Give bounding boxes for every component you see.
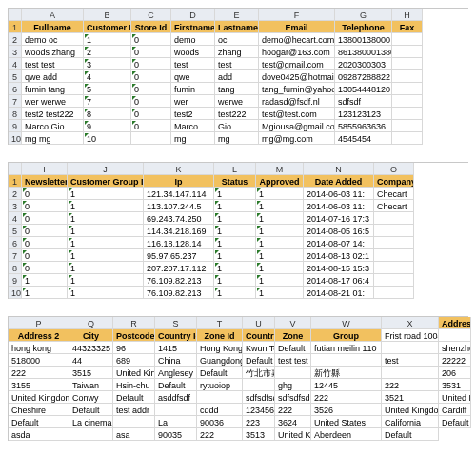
data-cell[interactable]: 76.109.82.213 bbox=[144, 287, 214, 299]
data-cell[interactable] bbox=[392, 46, 423, 58]
data-cell[interactable]: United Kingdom bbox=[439, 391, 471, 404]
data-cell[interactable]: 3521 bbox=[382, 391, 439, 404]
data-cell[interactable]: sdfsdfsd bbox=[275, 391, 311, 404]
data-cell[interactable]: 1 bbox=[68, 262, 144, 274]
data-cell[interactable]: 0 bbox=[22, 200, 68, 212]
data-cell[interactable]: test addr bbox=[113, 404, 155, 416]
data-cell[interactable]: 1 bbox=[256, 274, 304, 287]
data-cell[interactable] bbox=[374, 237, 414, 249]
data-cell[interactable]: 1 bbox=[256, 249, 304, 262]
data-cell[interactable]: ghg bbox=[275, 379, 311, 391]
data-cell[interactable] bbox=[69, 428, 113, 441]
data-cell[interactable]: test@test.com bbox=[259, 108, 335, 120]
data-cell[interactable]: 2014-08-05 16:5 bbox=[304, 225, 374, 237]
data-cell[interactable]: mg@mg.com bbox=[259, 132, 335, 145]
data-cell[interactable]: 0 bbox=[131, 70, 171, 83]
spreadsheet-section-2[interactable]: IJKLMNO1NewsletterCustomer Group IdIpSta… bbox=[8, 162, 468, 299]
data-cell[interactable]: 222 bbox=[197, 428, 243, 441]
data-cell[interactable]: demo bbox=[171, 33, 215, 46]
data-cell[interactable]: rytuoiop bbox=[197, 379, 243, 391]
data-cell[interactable]: werwe bbox=[215, 95, 259, 108]
data-cell[interactable]: 1 bbox=[256, 188, 304, 200]
data-cell[interactable] bbox=[275, 367, 311, 379]
data-cell[interactable]: 518000 bbox=[9, 354, 69, 367]
data-cell[interactable]: woods bbox=[171, 46, 215, 58]
data-cell[interactable]: 3624 bbox=[275, 416, 311, 428]
data-cell[interactable]: United Kingdom bbox=[9, 391, 69, 404]
data-cell[interactable]: 1 bbox=[22, 287, 68, 299]
data-cell[interactable]: 113.107.244.5 bbox=[144, 200, 214, 212]
data-cell[interactable]: 76.109.82.213 bbox=[144, 274, 214, 287]
data-cell[interactable]: La bbox=[155, 416, 197, 428]
data-cell[interactable]: 1 bbox=[214, 287, 256, 299]
data-cell[interactable]: wer werwe bbox=[22, 95, 84, 108]
data-cell[interactable]: test test bbox=[275, 354, 311, 367]
data-cell[interactable]: Taiwan bbox=[69, 379, 113, 391]
data-cell[interactable]: 13054448120 bbox=[335, 83, 392, 95]
data-cell[interactable]: 116.18.128.14 bbox=[144, 237, 214, 249]
data-cell[interactable]: 13800138000 bbox=[335, 33, 392, 46]
data-cell[interactable]: test@gmail.com bbox=[259, 58, 335, 70]
data-cell[interactable]: 3 bbox=[84, 58, 131, 70]
data-cell[interactable]: oc bbox=[215, 33, 259, 46]
data-cell[interactable]: add bbox=[215, 70, 259, 83]
data-cell[interactable]: test2 bbox=[171, 108, 215, 120]
data-cell[interactable]: China bbox=[155, 354, 197, 367]
data-cell[interactable]: 10 bbox=[84, 132, 131, 145]
data-cell[interactable]: asa bbox=[113, 428, 155, 441]
data-cell[interactable]: 0 bbox=[131, 83, 171, 95]
data-cell[interactable]: 1 bbox=[68, 274, 144, 287]
data-cell[interactable]: 2014-08-17 06:4 bbox=[304, 274, 374, 287]
data-cell[interactable]: 8613800013800 bbox=[335, 46, 392, 58]
data-cell[interactable]: 1 bbox=[256, 212, 304, 225]
data-cell[interactable]: Default bbox=[275, 342, 311, 354]
data-cell[interactable]: 1 bbox=[214, 249, 256, 262]
data-cell[interactable] bbox=[392, 58, 423, 70]
data-cell[interactable]: test222 bbox=[215, 108, 259, 120]
data-cell[interactable]: Conwy bbox=[69, 391, 113, 404]
data-cell[interactable]: Aberdeen bbox=[311, 428, 382, 441]
data-cell[interactable]: 1 bbox=[256, 237, 304, 249]
data-cell[interactable]: 0 bbox=[131, 95, 171, 108]
data-cell[interactable]: 2014-08-21 01: bbox=[304, 287, 374, 299]
data-cell[interactable]: Cardiff bbox=[439, 404, 471, 416]
data-cell[interactable] bbox=[374, 287, 414, 299]
data-cell[interactable]: 90035 bbox=[155, 428, 197, 441]
data-cell[interactable]: 5855963636 bbox=[335, 120, 392, 132]
data-cell[interactable]: Default bbox=[155, 379, 197, 391]
data-cell[interactable]: woods zhang bbox=[22, 46, 84, 58]
data-cell[interactable]: Default bbox=[113, 391, 155, 404]
data-cell[interactable]: hoogar@163.com bbox=[259, 46, 335, 58]
data-cell[interactable]: 222 bbox=[382, 379, 439, 391]
data-cell[interactable]: 2014-07-16 17:3 bbox=[304, 212, 374, 225]
data-cell[interactable]: 0 bbox=[131, 108, 171, 120]
data-cell[interactable]: 09287288822 bbox=[335, 70, 392, 83]
data-cell[interactable]: Default bbox=[69, 404, 113, 416]
data-cell[interactable]: 123456 bbox=[243, 404, 275, 416]
data-cell[interactable]: Frist road 1004 i bbox=[382, 329, 439, 342]
data-cell[interactable]: asddfsdf bbox=[155, 391, 197, 404]
data-cell[interactable]: Mgiousa@gmail.com bbox=[259, 120, 335, 132]
data-cell[interactable]: Default bbox=[439, 416, 471, 428]
data-cell[interactable]: 222 bbox=[311, 391, 382, 404]
data-cell[interactable]: 3155 bbox=[9, 379, 69, 391]
data-cell[interactable]: test2 test222 bbox=[22, 108, 84, 120]
data-cell[interactable]: Default bbox=[243, 354, 275, 367]
data-cell[interactable]: shenzhen bbox=[439, 342, 471, 354]
data-cell[interactable]: 1 bbox=[214, 225, 256, 237]
data-cell[interactable]: 3513 bbox=[243, 428, 275, 441]
data-cell[interactable]: 0 bbox=[22, 249, 68, 262]
data-cell[interactable]: 1 bbox=[22, 274, 68, 287]
data-cell[interactable]: zhang bbox=[215, 46, 259, 58]
data-cell[interactable] bbox=[382, 367, 439, 379]
data-cell[interactable]: 2014-08-15 15:3 bbox=[304, 262, 374, 274]
data-cell[interactable]: 0 bbox=[22, 237, 68, 249]
data-cell[interactable]: hong kong bbox=[9, 342, 69, 354]
data-cell[interactable] bbox=[374, 262, 414, 274]
data-cell[interactable]: 新竹縣 bbox=[311, 367, 382, 379]
data-cell[interactable]: test test bbox=[22, 58, 84, 70]
data-cell[interactable]: 0 bbox=[131, 46, 171, 58]
data-cell[interactable]: 689 bbox=[113, 354, 155, 367]
data-cell[interactable] bbox=[392, 33, 423, 46]
data-cell[interactable]: demo@hecart.com bbox=[259, 33, 335, 46]
